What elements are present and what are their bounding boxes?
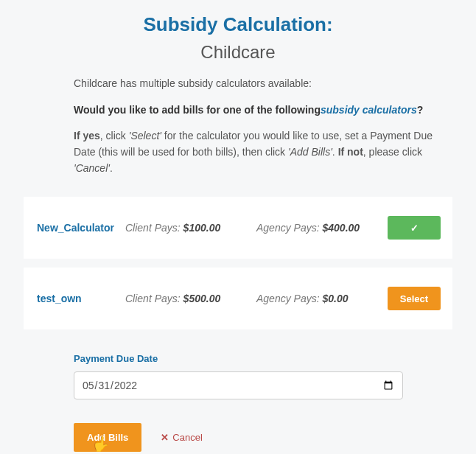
ifyes-em2: 'Add Bills' — [288, 146, 332, 158]
calculator-row: New_Calculator Client Pays: $100.00 Agen… — [24, 197, 452, 259]
close-icon: ✕ — [161, 432, 169, 443]
due-date-input[interactable] — [74, 371, 403, 399]
calculator-list: New_Calculator Client Pays: $100.00 Agen… — [24, 197, 452, 329]
intro-instructions: If yes, click 'Select' for the calculato… — [74, 128, 444, 176]
modal-title: Subsidy Calculation: — [0, 13, 476, 36]
calculator-select-button[interactable]: Select — [388, 287, 441, 310]
subsidy-calc-modal: Subsidy Calculation: Childcare Childcare… — [0, 0, 476, 454]
calculator-name[interactable]: test_own — [37, 293, 125, 304]
cancel-button[interactable]: ✕ Cancel — [156, 431, 206, 444]
intro-question: Would you like to add bills for one of t… — [74, 102, 444, 119]
agency-pays-amount: $400.00 — [323, 222, 360, 234]
client-pays-label: Client Pays: — [125, 293, 181, 304]
ifyes-t4: , please click — [363, 146, 422, 158]
intro-line1: Childcare has multiple subsidy calculato… — [74, 76, 444, 92]
ifyes-t5: . — [110, 162, 113, 174]
form-area: Payment Due Date Add Bills ✕ Cancel — [0, 338, 476, 452]
question-suffix: ? — [417, 104, 424, 116]
ifyes-strong2: If not — [338, 146, 363, 158]
client-pays-cell: Client Pays: $100.00 — [125, 222, 256, 234]
agency-pays-amount: $0.00 — [323, 293, 349, 304]
add-bills-button[interactable]: Add Bills — [74, 423, 141, 452]
ifyes-strong1: If yes — [74, 130, 100, 142]
agency-pays-cell: Agency Pays: $400.00 — [256, 222, 388, 234]
subsidy-calculators-link[interactable]: subsidy calculators — [321, 104, 417, 116]
question-prefix: Would you like to add bills for one of t… — [74, 104, 321, 116]
client-pays-label: Client Pays: — [125, 222, 181, 234]
client-pays-amount: $100.00 — [183, 222, 221, 234]
calculator-selected-button[interactable]: ✓ — [388, 216, 441, 240]
client-pays-cell: Client Pays: $500.00 — [125, 293, 256, 304]
calculator-name[interactable]: New_Calculator — [37, 222, 125, 234]
agency-pays-label: Agency Pays: — [256, 293, 320, 304]
ifyes-em1: 'Select' — [129, 130, 161, 142]
agency-pays-cell: Agency Pays: $0.00 — [256, 293, 388, 304]
ifyes-em3: 'Cancel' — [74, 162, 110, 174]
due-date-label: Payment Due Date — [74, 353, 444, 364]
agency-pays-label: Agency Pays: — [256, 222, 320, 234]
calculator-row: test_own Client Pays: $500.00 Agency Pay… — [24, 268, 452, 329]
ifyes-t1: , click — [100, 130, 129, 142]
actions-row: Add Bills ✕ Cancel — [74, 423, 444, 452]
modal-subtitle: Childcare — [0, 42, 476, 63]
client-pays-amount: $500.00 — [183, 293, 221, 304]
cancel-label: Cancel — [172, 432, 202, 443]
intro-block: Childcare has multiple subsidy calculato… — [0, 76, 476, 176]
check-icon: ✓ — [410, 223, 419, 234]
ifyes-t3: . — [332, 146, 338, 158]
